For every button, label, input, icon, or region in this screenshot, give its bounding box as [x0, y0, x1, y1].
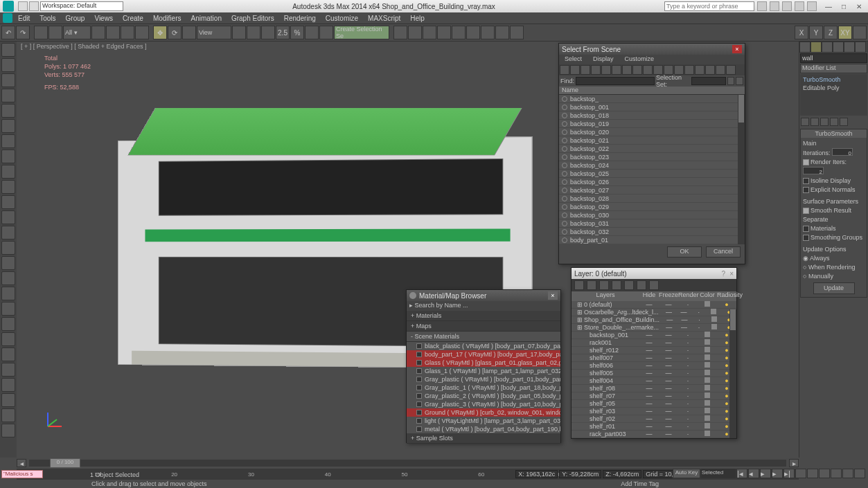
search-icon[interactable] — [757, 1, 767, 11]
close-icon[interactable]: × — [548, 291, 558, 300]
modifier-list-dropdown[interactable]: Modifier List — [800, 64, 867, 73]
hide-cell[interactable]: — — [639, 385, 659, 392]
hide-cell[interactable]: — — [639, 332, 659, 338]
render-cell[interactable]: · — [692, 316, 707, 323]
material-row[interactable]: Gray_plastic_2 ( VRayMtl ) [body_part_05… — [407, 392, 560, 400]
render-cell[interactable]: · — [678, 408, 698, 415]
hierarchy-tab-icon[interactable] — [822, 42, 833, 53]
list-item[interactable]: backstop_022 — [559, 145, 745, 153]
hide-cell[interactable]: — — [639, 377, 659, 384]
hide-cell[interactable]: — — [639, 370, 659, 377]
selection-filter-dropdown[interactable]: All ▾ — [63, 26, 91, 39]
tab-select[interactable]: Select — [559, 55, 587, 64]
biped-icon[interactable] — [1, 363, 15, 377]
menu-edit[interactable]: Edit — [14, 14, 34, 23]
freeze-cell[interactable]: — — [659, 385, 678, 392]
constraint-z-icon[interactable]: Z — [824, 26, 838, 39]
hide-cell[interactable]: — — [639, 362, 659, 369]
col-color[interactable]: Color — [698, 291, 717, 301]
object-list[interactable]: Name backstop_backstop_001backstop_018ba… — [559, 87, 745, 244]
dialog-header[interactable]: Select From Scene × — [559, 44, 745, 55]
menu-group[interactable]: Group — [62, 14, 89, 23]
close-icon[interactable]: ✕ — [854, 3, 864, 10]
material-row[interactable]: black_plastic ( VRayMtl ) [body_part_07,… — [407, 342, 560, 350]
material-row[interactable]: Glass_1 ( VRayMtl ) [lamp_part_1,lamp_pa… — [407, 367, 560, 375]
freeze-cell[interactable]: — — [677, 324, 692, 331]
favorites-icon[interactable] — [795, 1, 804, 11]
selset-input[interactable] — [691, 77, 726, 85]
modifier-stack[interactable]: TurboSmooth Editable Poly — [800, 74, 867, 116]
minimize-icon[interactable]: — — [824, 3, 833, 10]
freeze-cell[interactable]: — — [659, 423, 678, 430]
color-cell[interactable] — [698, 301, 717, 308]
display-tab-icon[interactable] — [844, 42, 855, 53]
render-cell[interactable]: · — [678, 400, 698, 407]
prev-frame-icon[interactable]: ◂ — [748, 469, 759, 478]
render-cell[interactable]: · — [678, 354, 698, 361]
nav-zoom-icon[interactable] — [831, 469, 842, 478]
update-button[interactable]: Update — [813, 282, 855, 294]
filter-bone-icon[interactable] — [643, 65, 653, 75]
rollout-header[interactable]: TurboSmooth — [801, 129, 867, 138]
freeze-cell[interactable]: — — [659, 408, 678, 415]
vraysun-icon[interactable] — [1, 271, 15, 285]
color-cell[interactable] — [698, 408, 717, 415]
goto-start-icon[interactable]: |◂ — [736, 469, 747, 478]
autokey-button[interactable]: Auto Key — [673, 469, 700, 478]
scale-icon[interactable] — [182, 26, 196, 39]
redo-icon[interactable]: ↷ — [16, 26, 30, 39]
sel-children-icon[interactable] — [705, 65, 715, 75]
sphere-icon[interactable] — [1, 73, 15, 87]
color-cell[interactable] — [707, 324, 722, 331]
filter-geom-icon[interactable] — [560, 65, 569, 75]
maxscript-listener[interactable]: "Malicious s — [1, 470, 43, 478]
freeze-cell[interactable]: — — [659, 377, 678, 384]
material-row[interactable]: Ground ( VRayMtl ) [curb_02, window_001,… — [407, 408, 560, 417]
menu-modifiers[interactable]: Modifiers — [149, 14, 186, 23]
iterations-spinner[interactable]: 0 — [832, 148, 853, 156]
layer-row[interactable]: rack001——·● — [572, 339, 736, 347]
dialog-header[interactable]: Material/Map Browser × — [407, 290, 560, 301]
hedra-icon[interactable] — [1, 195, 15, 209]
freeze-cell[interactable]: — — [659, 400, 678, 407]
render-cell[interactable]: · — [691, 309, 707, 316]
hide-cell[interactable]: — — [662, 324, 677, 331]
render-cell[interactable]: · — [678, 385, 698, 392]
maximize-icon[interactable]: □ — [839, 3, 849, 10]
color-cell[interactable] — [698, 370, 717, 377]
curve-editor-icon[interactable] — [437, 26, 451, 39]
system-icon[interactable] — [1, 378, 15, 392]
materials-section[interactable]: + Materials — [407, 311, 560, 321]
color-cell[interactable] — [698, 385, 717, 392]
torus-icon[interactable] — [1, 104, 15, 118]
layer-row[interactable]: ⊞ Shop_and_Office_Buildin...——·● — [572, 316, 736, 324]
select-icon[interactable] — [91, 26, 105, 39]
workspace-switcher[interactable]: Workspace: Default — [18, 1, 123, 11]
layer-row[interactable]: shelf_r05——·● — [572, 400, 736, 408]
tube-icon[interactable] — [1, 165, 15, 179]
snap-toggle-icon[interactable] — [261, 26, 275, 39]
layer-row[interactable]: ⊞ 0 (default)——·● — [572, 301, 736, 309]
pyramid-icon[interactable] — [1, 180, 15, 194]
spinner-snap-icon[interactable] — [305, 26, 319, 39]
col-render[interactable]: Render — [678, 291, 698, 301]
vraylight-icon[interactable] — [1, 256, 15, 270]
helper-icon[interactable] — [1, 302, 15, 316]
filter-invert-icon[interactable] — [674, 65, 684, 75]
freeze-cell[interactable]: — — [659, 392, 678, 399]
when-rendering-radio[interactable]: ○ When Rendering — [803, 263, 865, 272]
layer-row[interactable]: shelf005——·● — [572, 370, 736, 377]
visibility-dot-icon[interactable] — [562, 229, 567, 235]
hide-cell[interactable]: — — [639, 400, 659, 407]
color-cell[interactable] — [698, 362, 717, 369]
modify-tab-icon[interactable] — [811, 42, 822, 53]
next-frame-icon[interactable]: ▸ — [772, 469, 783, 478]
layer-row[interactable]: shelf_r08——·● — [572, 385, 736, 392]
selset-rem-icon[interactable] — [736, 77, 743, 85]
sample-slots-section[interactable]: + Sample Slots — [407, 433, 560, 444]
remove-mod-icon[interactable] — [830, 118, 838, 126]
list-item[interactable]: backstop_026 — [559, 178, 745, 186]
named-selset-dropdown[interactable]: Create Selection Se — [334, 26, 389, 39]
time-config-icon[interactable] — [807, 469, 818, 478]
visibility-dot-icon[interactable] — [562, 96, 567, 102]
